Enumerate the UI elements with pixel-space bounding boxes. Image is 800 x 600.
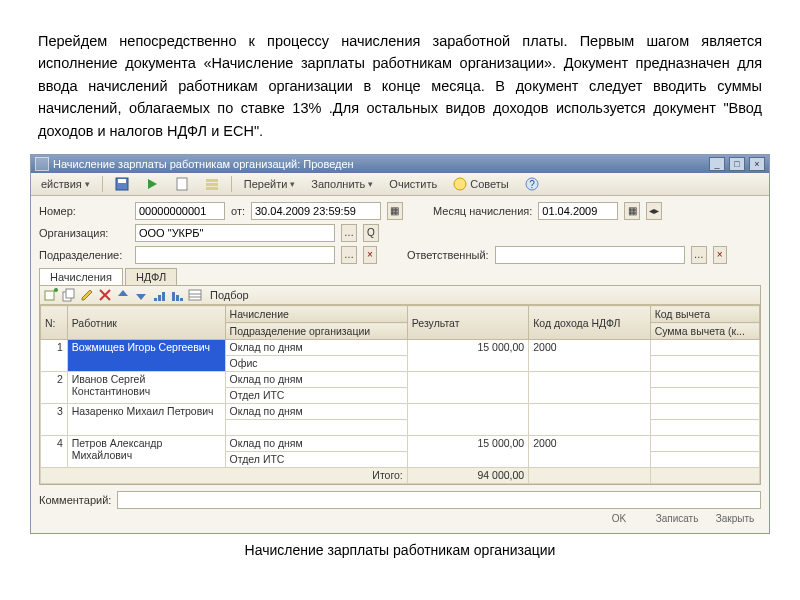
app-icon [35, 157, 49, 171]
cell-accrual[interactable]: Оклад по дням [225, 404, 407, 420]
grid: Подбор N: Работник Начисление Результат … [39, 285, 761, 485]
comment-field[interactable] [117, 491, 761, 509]
col-accrual[interactable]: Начисление [225, 306, 407, 323]
tab-accruals[interactable]: Начисления [39, 268, 123, 285]
cell-employee[interactable]: Назаренко Михаил Петрович [67, 404, 225, 436]
close-form-button[interactable]: Закрыть [709, 513, 761, 525]
cell-employee[interactable]: Петров Александр Михайлович [67, 436, 225, 468]
cell-result[interactable] [407, 372, 528, 404]
lists-icon[interactable] [199, 175, 225, 193]
cell-deduction-code[interactable] [650, 404, 759, 420]
col-deduction-code[interactable]: Код вычета [650, 306, 759, 323]
save-icon[interactable] [109, 175, 135, 193]
delete-row-icon[interactable] [98, 288, 112, 302]
ok-button[interactable]: OK [593, 513, 645, 525]
cell-accrual[interactable]: Оклад по дням [225, 436, 407, 452]
form-area: Номер: от: ▦ Месяц начисления: ▦ ◂▸ Орга… [31, 196, 769, 533]
advice-button[interactable]: Советы [447, 175, 514, 193]
svg-rect-25 [189, 290, 201, 300]
svg-rect-23 [176, 295, 179, 301]
org-pick-button[interactable]: … [341, 224, 357, 242]
division-label: Подразделение: [39, 249, 129, 261]
responsible-clear-button[interactable]: × [713, 246, 727, 264]
responsible-pick-button[interactable]: … [691, 246, 707, 264]
selection-button[interactable]: Подбор [210, 289, 249, 301]
date-field[interactable] [251, 202, 381, 220]
cell-n[interactable]: 3 [41, 404, 68, 436]
actions-menu[interactable]: ействия ▾ [35, 176, 96, 192]
fill-menu[interactable]: Заполнить ▾ [305, 176, 379, 192]
cell-n[interactable]: 4 [41, 436, 68, 468]
titlebar: Начисление зарплаты работникам организац… [31, 155, 769, 173]
cell-ndfl[interactable] [529, 404, 650, 436]
cell-division[interactable] [225, 420, 407, 436]
division-field[interactable] [135, 246, 335, 264]
col-ndfl[interactable]: Код дохода НДФЛ [529, 306, 650, 340]
cell-ndfl[interactable]: 2000 [529, 436, 650, 468]
cell-division[interactable]: Офис [225, 356, 407, 372]
svg-rect-14 [66, 289, 74, 298]
division-clear-button[interactable]: × [363, 246, 377, 264]
cell-deduction-sum[interactable] [650, 356, 759, 372]
cell-deduction-sum[interactable] [650, 388, 759, 404]
maximize-button[interactable]: □ [729, 157, 745, 171]
col-deduction-sum[interactable]: Сумма вычета (к... [650, 323, 759, 340]
svg-rect-20 [158, 295, 161, 301]
responsible-field[interactable] [495, 246, 685, 264]
close-button[interactable]: × [749, 157, 765, 171]
play-icon[interactable] [139, 175, 165, 193]
cell-result[interactable] [407, 404, 528, 436]
cell-deduction-code[interactable] [650, 372, 759, 388]
svg-rect-19 [154, 298, 157, 301]
month-picker-button[interactable]: ▦ [624, 202, 640, 220]
tab-ndfl[interactable]: НДФЛ [125, 268, 177, 285]
cell-division[interactable]: Отдел ИТС [225, 452, 407, 468]
svg-rect-3 [177, 178, 187, 190]
clear-button[interactable]: Очистить [383, 176, 443, 192]
add-row-icon[interactable] [44, 288, 58, 302]
cell-employee[interactable]: Вожмищев Игорь Сергеевич [67, 340, 225, 372]
cell-n[interactable]: 2 [41, 372, 68, 404]
cell-employee[interactable]: Иванов Сергей Константинович [67, 372, 225, 404]
col-employee[interactable]: Работник [67, 306, 225, 340]
cell-deduction-sum[interactable] [650, 452, 759, 468]
month-field[interactable] [538, 202, 618, 220]
cell-ndfl[interactable]: 2000 [529, 340, 650, 372]
goto-menu[interactable]: Перейти ▾ [238, 176, 302, 192]
cell-result[interactable]: 15 000,00 [407, 340, 528, 372]
help-icon[interactable]: ? [519, 175, 545, 193]
cell-accrual[interactable]: Оклад по дням [225, 340, 407, 356]
edit-row-icon[interactable] [80, 288, 94, 302]
col-division[interactable]: Подразделение организации [225, 323, 407, 340]
sort-desc-icon[interactable] [170, 288, 184, 302]
document-icon[interactable] [169, 175, 195, 193]
cell-deduction-sum[interactable] [650, 420, 759, 436]
cell-deduction-code[interactable] [650, 436, 759, 452]
month-stepper[interactable]: ◂▸ [646, 202, 662, 220]
date-picker-button[interactable]: ▦ [387, 202, 403, 220]
svg-rect-5 [206, 183, 218, 186]
svg-marker-17 [118, 290, 128, 296]
comment-label: Комментарий: [39, 494, 111, 506]
cell-deduction-code[interactable] [650, 340, 759, 356]
move-down-icon[interactable] [134, 288, 148, 302]
col-result[interactable]: Результат [407, 306, 528, 340]
org-open-button[interactable]: Q [363, 224, 379, 242]
number-label: Номер: [39, 205, 129, 217]
copy-row-icon[interactable] [62, 288, 76, 302]
window-title: Начисление зарплаты работникам организац… [53, 158, 354, 170]
cell-division[interactable]: Отдел ИТС [225, 388, 407, 404]
move-up-icon[interactable] [116, 288, 130, 302]
cell-result[interactable]: 15 000,00 [407, 436, 528, 468]
table-icon[interactable] [188, 288, 202, 302]
cell-ndfl[interactable] [529, 372, 650, 404]
org-field[interactable] [135, 224, 335, 242]
number-field[interactable] [135, 202, 225, 220]
minimize-button[interactable]: _ [709, 157, 725, 171]
cell-n[interactable]: 1 [41, 340, 68, 372]
col-n[interactable]: N: [41, 306, 68, 340]
sort-asc-icon[interactable] [152, 288, 166, 302]
cell-accrual[interactable]: Оклад по дням [225, 372, 407, 388]
write-button[interactable]: Записать [651, 513, 703, 525]
division-pick-button[interactable]: … [341, 246, 357, 264]
